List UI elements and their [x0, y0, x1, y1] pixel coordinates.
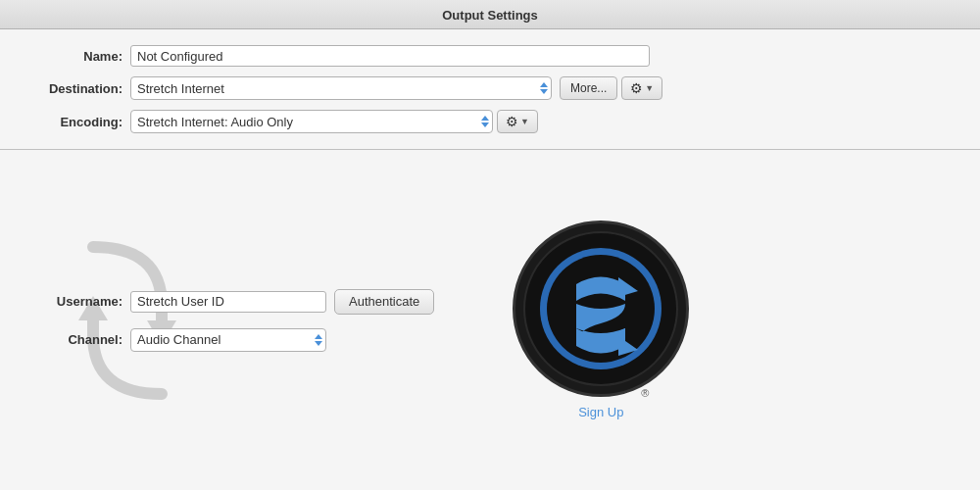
top-section: Name: Destination: Stretch Internet More… [0, 29, 980, 150]
destination-label: Destination: [29, 81, 122, 96]
channel-label: Channel: [29, 332, 122, 347]
username-input[interactable] [130, 291, 326, 313]
encoding-label: Encoding: [29, 115, 122, 129]
encoding-gear-button[interactable]: ⚙ ▼ [497, 110, 538, 133]
sign-up-link[interactable]: Sign Up [578, 405, 623, 419]
gear-icon: ⚙ [630, 80, 643, 96]
channel-row: Channel: Audio Channel [29, 328, 434, 352]
output-settings-window: Output Settings Name: Destination: Stret… [0, 0, 980, 490]
encoding-select-wrapper: Stretch Internet: Audio Only [130, 110, 493, 133]
channel-select-wrapper: Audio Channel [130, 328, 326, 352]
name-input[interactable] [130, 45, 650, 67]
stretch-logo-svg [522, 230, 679, 387]
destination-gear-button[interactable]: ⚙ ▼ [621, 76, 662, 100]
destination-row: Destination: Stretch Internet More... ⚙ … [29, 76, 951, 100]
more-button[interactable]: More... [560, 76, 617, 100]
bottom-section: Username: Authenticate Channel: Audio Ch… [0, 150, 980, 490]
registered-mark: ® [641, 387, 649, 399]
encoding-gear-chevron: ▼ [520, 117, 529, 126]
logo-area: ® Sign Up [513, 220, 689, 419]
name-label: Name: [29, 49, 122, 64]
destination-select-wrapper: Stretch Internet [130, 76, 552, 100]
gear-chevron: ▼ [645, 83, 654, 93]
name-row: Name: [29, 45, 951, 67]
destination-select[interactable]: Stretch Internet [130, 76, 552, 100]
encoding-select[interactable]: Stretch Internet: Audio Only [130, 110, 493, 133]
authenticate-button[interactable]: Authenticate [334, 289, 434, 315]
stretch-logo [513, 220, 689, 397]
bottom-form: Username: Authenticate Channel: Audio Ch… [29, 289, 434, 352]
username-label: Username: [29, 294, 122, 309]
encoding-gear-icon: ⚙ [506, 114, 518, 129]
channel-select[interactable]: Audio Channel [130, 328, 326, 352]
title-bar: Output Settings [0, 0, 980, 29]
window-title: Output Settings [442, 8, 538, 23]
username-row: Username: Authenticate [29, 289, 434, 315]
encoding-row: Encoding: Stretch Internet: Audio Only ⚙… [29, 110, 951, 133]
